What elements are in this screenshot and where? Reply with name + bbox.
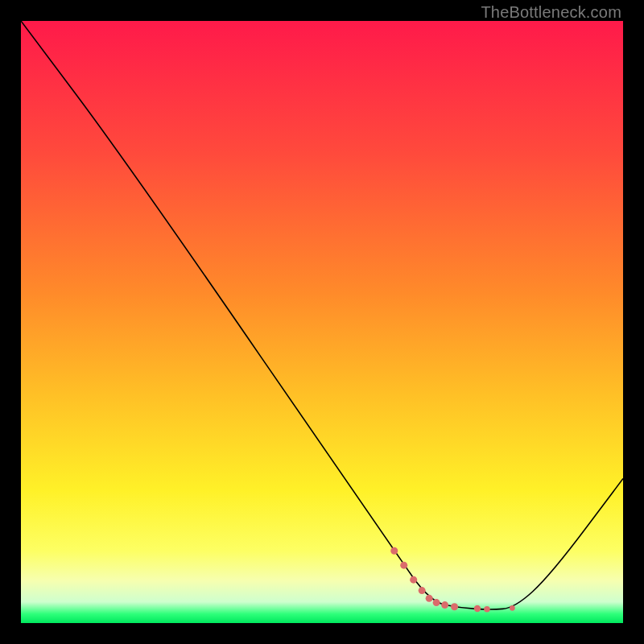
chart-svg — [21, 21, 623, 623]
chart-background — [21, 21, 623, 623]
highlight-dot — [510, 605, 515, 611]
highlight-dot — [441, 601, 448, 609]
highlight-dot — [419, 587, 426, 594]
highlight-dot — [474, 605, 481, 612]
highlight-dot — [433, 599, 440, 606]
highlight-dot — [400, 562, 407, 569]
highlight-dot — [484, 606, 490, 613]
highlight-dot — [426, 595, 433, 602]
highlight-dot — [390, 547, 398, 555]
highlight-dot — [451, 603, 458, 610]
highlight-dot — [410, 576, 417, 584]
watermark-text: TheBottleneck.com — [481, 3, 621, 22]
chart-frame — [21, 21, 623, 623]
